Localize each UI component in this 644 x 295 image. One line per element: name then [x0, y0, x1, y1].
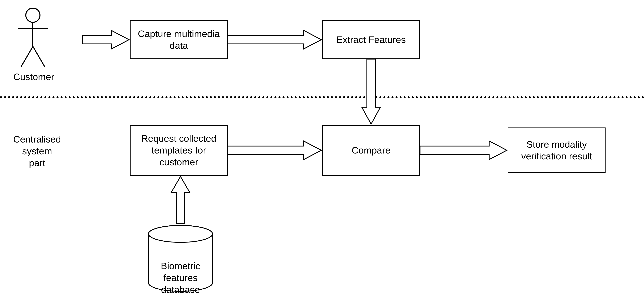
box-capture-text: Capture multimedia data	[138, 28, 220, 52]
divider-dotted-line	[0, 96, 644, 98]
svg-line-4	[33, 47, 45, 67]
svg-marker-10	[228, 141, 321, 160]
section-label-text: Centralised system part	[13, 134, 61, 168]
arrow-extract-to-compare	[361, 59, 381, 125]
arrow-compare-to-store	[420, 140, 508, 160]
arrow-capture-to-extract	[228, 30, 322, 50]
customer-actor-icon	[15, 7, 50, 68]
svg-marker-11	[420, 141, 507, 160]
database-label-text: Biometric features database	[161, 260, 200, 295]
box-capture-multimedia: Capture multimedia data	[130, 20, 228, 59]
section-label: Centralised system part	[7, 122, 68, 169]
box-compare: Compare	[322, 125, 420, 176]
arrow-database-to-request	[170, 176, 190, 225]
svg-point-0	[26, 8, 40, 22]
svg-marker-9	[362, 59, 380, 124]
box-store-text: Store modality verification result	[521, 138, 592, 162]
box-compare-text: Compare	[352, 144, 390, 156]
box-extract-features: Extract Features	[322, 20, 420, 59]
arrow-request-to-compare	[228, 140, 322, 160]
svg-marker-12	[171, 176, 190, 224]
box-extract-text: Extract Features	[336, 34, 406, 46]
svg-line-3	[21, 47, 33, 67]
box-request-templates: Request collected templates for customer	[130, 125, 228, 176]
arrow-customer-to-capture	[83, 30, 130, 50]
customer-label-text: Customer	[13, 71, 54, 82]
box-request-text: Request collected templates for customer	[141, 133, 216, 168]
svg-marker-8	[228, 30, 321, 49]
customer-label: Customer	[10, 71, 57, 83]
database-label: Biometric features database	[147, 248, 214, 295]
svg-marker-7	[83, 30, 129, 49]
box-store-result: Store modality verification result	[508, 128, 606, 173]
diagram-canvas: Customer Capture multimedia data Extract…	[0, 0, 644, 295]
